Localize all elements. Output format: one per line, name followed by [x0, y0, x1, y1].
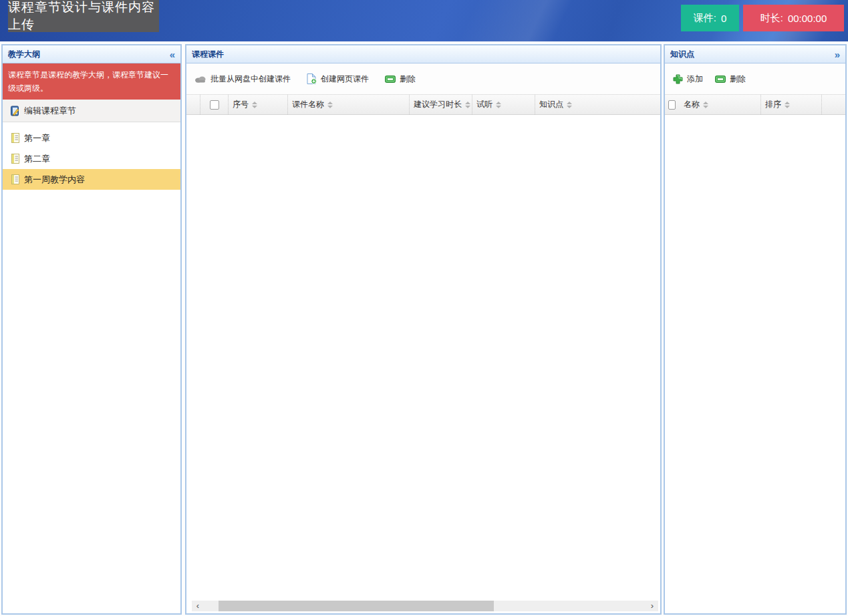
column-header-name[interactable]: 课件名称 [288, 95, 410, 114]
horizontal-scrollbar[interactable]: ‹ › [192, 601, 658, 611]
column-header-seq[interactable]: 序号 [229, 95, 288, 114]
courseware-grid-header: 序号 课件名称 建议学习时长 试听 知识点 [186, 94, 660, 115]
collapse-left-icon[interactable]: « [170, 49, 175, 59]
chapter-tree: 第一章 第二章 第一 [3, 122, 180, 190]
knowledge-panel-header: 知识点 » [665, 45, 845, 63]
batch-create-label: 批量从网盘中创建课件 [210, 73, 291, 85]
duration-label: 时长: [760, 12, 783, 25]
sort-icon[interactable] [567, 102, 572, 108]
delete-icon [385, 75, 396, 83]
row-expander-column [186, 95, 200, 114]
outline-panel-header: 教学大纲 « [3, 45, 180, 63]
scroll-right-arrow[interactable]: › [646, 601, 658, 611]
column-header-audition[interactable]: 试听 [472, 95, 535, 114]
knowledge-toolbar: 添加 删除 [665, 63, 845, 94]
screen: 课程章节设计与课件内容上传 课件: 0 时长: 00:00:00 教学大纲 « … [0, 0, 848, 616]
expand-right-icon[interactable]: » [835, 49, 840, 59]
sort-icon[interactable] [252, 102, 257, 108]
add-icon [673, 74, 683, 84]
knowledge-grid-body [665, 115, 845, 613]
batch-create-from-drive-button[interactable]: 批量从网盘中创建课件 [194, 73, 291, 85]
page-title: 课程章节设计与课件内容上传 [8, 0, 159, 32]
chapter-label: 第一章 [24, 132, 50, 144]
document-icon [11, 133, 19, 143]
sort-icon[interactable] [785, 102, 790, 108]
edit-chapters-label: 编辑课程章节 [24, 105, 76, 117]
sort-icon[interactable] [703, 102, 708, 108]
create-web-courseware-button[interactable]: 创建网页课件 [307, 73, 369, 85]
outline-notice: 课程章节是课程的教学大纲，课程章节建议一级或两级。 [3, 63, 180, 100]
chapter-item-selected[interactable]: 第一周教学内容 [3, 169, 180, 190]
delete-icon [715, 75, 726, 83]
select-all-checkbox[interactable] [210, 100, 219, 110]
duration-value: 00:00:00 [788, 13, 827, 24]
delete-courseware-label: 删除 [400, 73, 416, 85]
courseware-panel: 课程课件 批量从网盘中创建课件 创建网页课件 [185, 44, 662, 615]
chapter-item[interactable]: 第二章 [3, 148, 180, 169]
courseware-count-label: 课件: [694, 12, 716, 25]
column-header-spacer [822, 95, 845, 114]
top-header: 课程章节设计与课件内容上传 课件: 0 时长: 00:00:00 [0, 0, 848, 41]
outline-panel: 教学大纲 « 课程章节是课程的教学大纲，课程章节建议一级或两级。 编辑课程章节 [1, 44, 182, 615]
chapter-item[interactable]: 第一章 [3, 128, 180, 148]
courseware-panel-header: 课程课件 [186, 45, 660, 63]
delete-knowledge-button[interactable]: 删除 [715, 73, 746, 85]
sort-icon[interactable] [465, 102, 470, 108]
page-add-icon [307, 73, 317, 84]
document-icon [11, 174, 19, 184]
column-header-knowledge[interactable]: 知识点 [535, 95, 660, 114]
outline-panel-title: 教学大纲 [8, 49, 40, 60]
sort-icon[interactable] [496, 102, 501, 108]
add-knowledge-button[interactable]: 添加 [673, 73, 703, 85]
courseware-count-value: 0 [721, 13, 726, 24]
courseware-panel-title: 课程课件 [192, 49, 224, 60]
scroll-left-arrow[interactable]: ‹ [192, 601, 204, 611]
knowledge-panel-title: 知识点 [670, 49, 694, 60]
edit-chapters-button[interactable]: 编辑课程章节 [3, 100, 180, 122]
chapter-label: 第二章 [24, 153, 50, 165]
create-web-label: 创建网页课件 [321, 73, 369, 85]
courseware-grid-body [186, 115, 660, 601]
column-header-order[interactable]: 排序 [760, 95, 822, 114]
edit-icon [9, 106, 20, 116]
duration-badge: 时长: 00:00:00 [743, 5, 844, 31]
courseware-count-badge: 课件: 0 [681, 5, 739, 31]
cloud-icon [194, 75, 206, 83]
column-header-kname[interactable]: 名称 [680, 95, 760, 114]
add-knowledge-label: 添加 [687, 73, 703, 85]
delete-knowledge-label: 删除 [730, 73, 746, 85]
select-all-column [200, 95, 229, 114]
column-header-duration[interactable]: 建议学习时长 [410, 95, 472, 114]
select-all-checkbox[interactable] [668, 100, 676, 110]
knowledge-grid-header: 名称 排序 [665, 94, 845, 115]
courseware-toolbar: 批量从网盘中创建课件 创建网页课件 删除 [186, 63, 660, 94]
document-icon [11, 154, 19, 164]
select-all-column [665, 95, 680, 114]
scrollbar-thumb[interactable] [219, 601, 494, 611]
sort-icon[interactable] [327, 102, 333, 108]
knowledge-panel: 知识点 » 添加 删除 [664, 44, 847, 615]
delete-courseware-button[interactable]: 删除 [385, 73, 416, 85]
chapter-label: 第一周教学内容 [24, 174, 85, 186]
